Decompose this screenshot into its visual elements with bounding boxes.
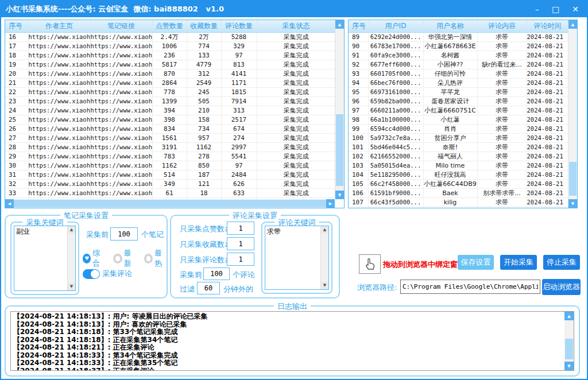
comments-vertical-scrollbar[interactable]: ▲ ▼ — [568, 20, 577, 208]
column-header[interactable]: 用户名称 — [423, 20, 477, 32]
table-row[interactable]: 33https://www.xiaoho...https://www.xiaoh… — [5, 188, 335, 197]
table-row[interactable]: 28https://www.xiaoho...https://www.xiaoh… — [5, 142, 335, 152]
log-vertical-scrollbar[interactable]: ▲ ▼ — [564, 312, 574, 370]
table-row[interactable]: 10262166552000...福气丽人求带2024-08-21 ... — [349, 152, 568, 161]
table-row[interactable]: 21https://www.xiaoho...https://www.xiaoh… — [5, 78, 335, 87]
scrollbar-track[interactable] — [564, 320, 574, 362]
table-row[interactable]: 9466bec76f000...朵儿热评求带2024-08-21 ... — [349, 78, 568, 87]
comment-count-input[interactable] — [203, 267, 230, 280]
table-row[interactable]: 976660211a000...小红薯6660751C求带2024-08-21 … — [349, 106, 568, 115]
drag-handle-box[interactable] — [359, 254, 381, 274]
table-row[interactable]: 26https://www.xiaoho...https://www.xiaoh… — [5, 124, 335, 133]
table-row[interactable]: 1086698dc87000...等凌晨日出求带2024-08-21 ... — [349, 207, 568, 208]
table-row[interactable]: 9566973161000...芊芊龙求带2024-08-21 ... — [349, 87, 568, 96]
table-row[interactable]: 9066783e17000...小红薯6678663E求带2024-08-21 … — [349, 41, 568, 51]
table-row[interactable]: 32https://www.xiaoho...https://www.xiaoh… — [5, 179, 335, 188]
scrollbar-track[interactable] — [14, 199, 326, 208]
start-collect-button[interactable]: 开始采集 — [500, 255, 537, 270]
table-row[interactable]: 24https://www.xiaoho...https://www.xiaoh… — [5, 106, 335, 115]
min-favorites-input[interactable] — [227, 237, 254, 250]
table-row[interactable]: 31https://www.xiaoho...https://www.xiaoh… — [5, 170, 335, 179]
scroll-up-button[interactable]: ▲ — [335, 20, 344, 29]
scroll-down-button[interactable]: ▼ — [568, 199, 577, 208]
column-header[interactable]: 采集状态 — [257, 20, 335, 32]
table-row[interactable]: 9160fa9ce3000...名柯酱求带2024-08-21 ... — [349, 51, 568, 60]
table-row[interactable]: 29https://www.xiaoho...https://www.xiaoh… — [5, 152, 335, 161]
note-count-input[interactable] — [110, 227, 138, 241]
column-header[interactable]: 作者主页 — [28, 20, 90, 32]
notes-vertical-scrollbar[interactable]: ▲ ▼ — [335, 20, 344, 199]
scrollbar-track[interactable] — [568, 29, 577, 199]
table-row[interactable]: 996594cc4d000...肖肖求带2024-08-21 ... — [349, 124, 568, 133]
browser-path-input[interactable] — [400, 280, 540, 294]
column-header[interactable]: 评论内容 — [477, 20, 527, 32]
scroll-up-icon[interactable]: ▲ — [321, 226, 328, 234]
scroll-down-button[interactable]: ▼ — [564, 362, 574, 370]
column-header[interactable]: 评论数量 — [221, 20, 257, 32]
radio-option-comprehensive[interactable]: ♥ 综合 — [83, 248, 105, 269]
scroll-down-icon[interactable]: ▼ — [321, 282, 328, 289]
comment-keywords-input[interactable]: 求带 ▲ ▼ — [265, 226, 329, 290]
cell: https://www.xiaoho... — [28, 78, 90, 87]
table-row[interactable]: 22https://www.xiaoho...https://www.xiaoh… — [5, 87, 335, 96]
scrollbar-thumb[interactable] — [569, 162, 577, 196]
save-settings-button[interactable]: 保存设置 — [458, 255, 494, 270]
column-header[interactable]: 收藏数量 — [187, 20, 221, 32]
scroll-up-icon[interactable]: ▲ — [68, 226, 75, 234]
column-header[interactable]: 用户ID — [368, 20, 423, 32]
table-row[interactable]: 9866a1b100000...小红薯求带2024-08-21 ... — [349, 115, 568, 124]
scroll-up-button[interactable]: ▲ — [568, 20, 577, 29]
scroll-right-button[interactable]: ▶ — [326, 199, 335, 208]
column-header[interactable]: 点赞数量 — [152, 20, 187, 32]
launch-browser-button[interactable]: 启动浏览器 — [542, 279, 581, 295]
title-bar[interactable]: 小红书采集系统----公众号: 云创宝盒 微信: bai888802 v1.0 … — [1, 1, 587, 17]
scroll-left-button[interactable]: ◀ — [5, 199, 14, 208]
scroll-up-button[interactable]: ▲ — [564, 312, 574, 320]
table-row[interactable]: 10566c2f458000...小红薯66C44DB9求带2024-08-21… — [349, 179, 568, 188]
table-row[interactable]: 27https://www.xiaoho...https://www.xiaoh… — [5, 133, 335, 142]
table-row[interactable]: 25https://www.xiaoho...https://www.xiaoh… — [5, 115, 335, 124]
min-comments-input[interactable] — [227, 253, 254, 266]
table-row[interactable]: 17https://www.xiaoho...https://www.xiaoh… — [5, 41, 335, 51]
table-row[interactable]: 936601705f000...仔细的可怜求带2024-08-21 ... — [349, 69, 568, 78]
scrollbar-thumb[interactable] — [336, 114, 343, 185]
table-row[interactable]: 96659b82ba000...蛋卷居家设计求带2024-08-21 ... — [349, 96, 568, 106]
log-output-box[interactable]: 【2024-08-21 14:18:13】: 用户: 等凌晨日出的评论已采集【2… — [10, 311, 574, 371]
table-row[interactable]: 10661591bf9000...Baek别求带求带...2024-08-21 … — [349, 188, 568, 197]
table-row[interactable]: 10766c43f5d000...kilig求带2024-08-21 ... — [349, 197, 568, 207]
column-header[interactable]: 笔记链接 — [90, 20, 152, 32]
radio-option-newest[interactable]: 最新 — [113, 248, 136, 269]
column-header[interactable]: 序号 — [5, 20, 28, 32]
table-row[interactable]: 19https://www.xiaoho...https://www.xiaoh… — [5, 60, 335, 69]
notes-horizontal-scrollbar[interactable]: ◀ ▶ — [5, 199, 335, 208]
scrollbar-thumb[interactable] — [14, 200, 326, 207]
stop-collect-button[interactable]: 停止采集 — [543, 255, 580, 270]
table-row[interactable]: 20https://www.xiaoho...https://www.xiaoh… — [5, 69, 335, 78]
table-row[interactable]: 1005a9732c7e8a...贫困分享户求带2024-08-21 ... — [349, 133, 568, 142]
minimize-button[interactable]: – — [535, 5, 539, 13]
table-row[interactable]: 1015bd46e044c5...奈斯!求带2024-08-21 ... — [349, 142, 568, 152]
table-row[interactable]: 926677eff6000...小困神??缺r的看过来...2024-08-21… — [349, 60, 568, 69]
radio-option-hottest[interactable]: 最热 — [144, 248, 167, 269]
note-keywords-input[interactable]: 副业 ▲ ▼ — [14, 226, 76, 291]
table-row[interactable]: 18https://www.xiaoho...https://www.xiaoh… — [5, 51, 335, 60]
column-header[interactable]: 序号 — [349, 20, 368, 32]
scroll-down-button[interactable]: ▼ — [335, 191, 344, 199]
textarea-scrollbar[interactable]: ▲ ▼ — [67, 226, 75, 290]
table-row[interactable]: 896292e24d000...华强北第一深情求带2024-08-21 ... — [349, 32, 568, 41]
collect-comments-toggle[interactable] — [83, 269, 100, 279]
table-row[interactable]: 30https://www.xiaoho...https://www.xiaoh… — [5, 161, 335, 170]
table-row[interactable]: 23https://www.xiaoho...https://www.xiaoh… — [5, 96, 335, 106]
scroll-down-icon[interactable]: ▼ — [68, 283, 75, 290]
scrollbar-track[interactable] — [335, 29, 344, 191]
table-row[interactable]: 1045e118295000...旺仔没我高求带2024-08-21 ... — [349, 170, 568, 179]
table-row[interactable]: 1035a05015d4ea...Milo time求带2024-08-21 .… — [349, 161, 568, 170]
table-row[interactable]: 16https://www.xiaoho...https://www.xiaoh… — [5, 32, 335, 41]
column-header[interactable]: 评论时间 — [527, 20, 568, 32]
filter-minutes-input[interactable] — [197, 282, 220, 294]
textarea-scrollbar[interactable]: ▲ ▼ — [320, 226, 328, 289]
scrollbar-thumb[interactable] — [565, 339, 573, 359]
close-button[interactable]: ✕ — [572, 5, 579, 13]
min-likes-input[interactable] — [227, 222, 254, 235]
maximize-button[interactable]: □ — [552, 5, 559, 13]
